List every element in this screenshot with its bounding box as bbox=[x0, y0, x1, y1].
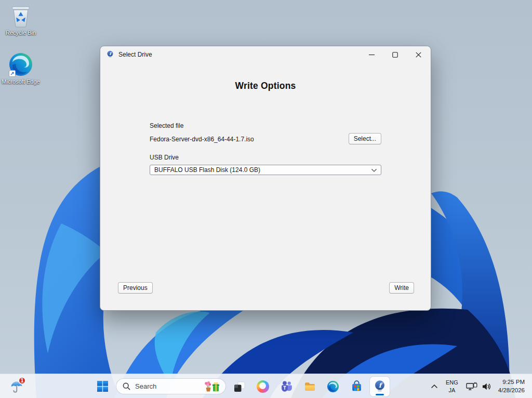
edge-icon bbox=[327, 380, 339, 393]
recycle-bin-icon bbox=[1, 3, 41, 28]
taskbar-app-microsoft-store[interactable] bbox=[347, 377, 366, 396]
desktop-icon-label: Microsoft Edge bbox=[1, 78, 41, 85]
maximize-button[interactable] bbox=[383, 47, 407, 62]
taskbar-app-file-explorer[interactable] bbox=[300, 377, 320, 396]
language-secondary: JA bbox=[446, 387, 458, 394]
teams-icon bbox=[280, 380, 293, 393]
clock-time: 9:25 PM bbox=[498, 378, 525, 387]
desktop-icon-label: Recycle Bin bbox=[1, 30, 41, 36]
search-input[interactable]: Search bbox=[116, 378, 226, 394]
previous-button[interactable]: Previous bbox=[118, 282, 153, 294]
clock-date: 4/28/2026 bbox=[498, 387, 525, 395]
shortcut-arrow-icon: ↗ bbox=[9, 70, 16, 77]
edge-icon: ↗ bbox=[1, 52, 41, 77]
write-button[interactable]: Write bbox=[389, 282, 414, 294]
desktop-icon-recycle-bin[interactable]: Recycle Bin bbox=[1, 3, 41, 36]
desktop: Recycle Bin ↗ Microsoft Edge bbox=[0, 0, 532, 398]
search-placeholder: Search bbox=[135, 382, 198, 390]
seasonal-flowers-gift-icon bbox=[203, 381, 220, 392]
usb-drive-label: USB Drive bbox=[150, 154, 179, 161]
tray-chevron-button[interactable] bbox=[428, 382, 441, 391]
clock[interactable]: 9:25 PM 4/28/2026 bbox=[497, 378, 528, 394]
close-button[interactable] bbox=[407, 47, 430, 62]
selected-file-value: Fedora-Server-dvd-x86_64-44-1.7.iso bbox=[150, 134, 254, 144]
taskbar-app-copilot[interactable] bbox=[253, 377, 273, 396]
window-title: Select Drive bbox=[118, 51, 152, 58]
usb-drive-selected-value: BUFFALO USB Flash Disk (124.0 GB) bbox=[154, 166, 260, 174]
minimize-icon bbox=[369, 52, 375, 58]
microsoft-store-icon bbox=[350, 380, 363, 393]
file-explorer-icon bbox=[303, 380, 316, 393]
language-indicator[interactable]: ENG JA bbox=[444, 379, 460, 394]
network-ethernet-icon bbox=[466, 382, 478, 391]
page-title: Write Options bbox=[100, 81, 431, 91]
select-file-button[interactable]: Select... bbox=[349, 133, 381, 144]
desktop-icon-microsoft-edge[interactable]: ↗ Microsoft Edge bbox=[1, 52, 41, 85]
taskbar-app-fedora-media-writer[interactable]: f bbox=[370, 377, 390, 396]
active-app-indicator bbox=[376, 394, 384, 395]
usb-drive-dropdown[interactable]: BUFFALO USB Flash Disk (124.0 GB) bbox=[150, 165, 381, 175]
task-view-icon bbox=[233, 380, 246, 393]
search-icon bbox=[123, 382, 130, 390]
start-button[interactable] bbox=[92, 377, 112, 396]
taskbar: 1 Search bbox=[0, 374, 532, 398]
maximize-icon bbox=[392, 52, 398, 58]
selected-file-label: Selected file bbox=[150, 122, 183, 129]
windows-logo-icon bbox=[97, 381, 108, 392]
widgets-notification-badge: 1 bbox=[18, 377, 26, 384]
language-primary: ENG bbox=[446, 379, 458, 386]
taskbar-app-task-view[interactable] bbox=[230, 377, 249, 396]
close-icon bbox=[416, 52, 421, 58]
fedora-media-writer-icon: f bbox=[373, 380, 387, 393]
tray-system-icons[interactable] bbox=[463, 380, 494, 393]
volume-icon bbox=[482, 382, 491, 391]
app-icon-fedora: f bbox=[106, 50, 114, 59]
taskbar-app-edge[interactable] bbox=[323, 377, 343, 396]
widgets-button[interactable]: 1 bbox=[6, 376, 27, 397]
taskbar-app-teams[interactable] bbox=[276, 377, 296, 396]
minimize-button[interactable] bbox=[360, 47, 383, 62]
copilot-icon bbox=[257, 380, 269, 393]
fedora-media-writer-window: f Select Drive Write Options Selected fi… bbox=[100, 46, 431, 311]
chevron-up-icon bbox=[431, 384, 438, 389]
chevron-down-icon bbox=[371, 169, 377, 172]
